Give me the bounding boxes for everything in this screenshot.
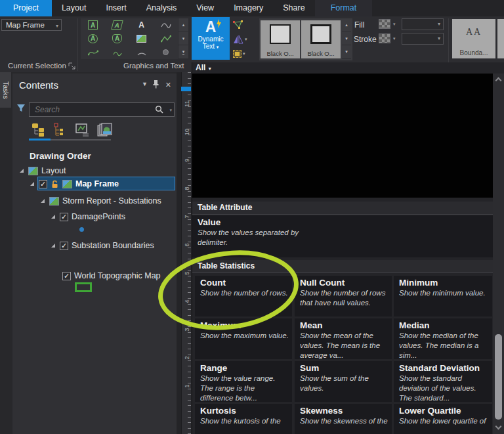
expand-icon[interactable]	[20, 169, 24, 173]
select-graphic-button[interactable]: ▾	[233, 48, 258, 60]
tasks-panel-tab[interactable]: Tasks	[0, 72, 11, 108]
tab-format[interactable]: Format	[315, 0, 373, 16]
visibility-checkbox[interactable]: ✓	[39, 180, 47, 188]
search-input[interactable]	[30, 103, 174, 116]
item-null-count[interactable]: Null Count Show the number of rows that …	[295, 276, 392, 316]
filter-icon[interactable]	[16, 104, 26, 112]
expand-icon[interactable]	[30, 182, 34, 186]
pin-icon[interactable]	[152, 79, 159, 89]
item-standard-deviation[interactable]: Standard Deviation Show the standard dev…	[394, 361, 492, 402]
gallery-scroll-up-icon[interactable]: ▴	[342, 18, 351, 32]
tree-item-storm-report[interactable]: Storm Report - Substations	[41, 194, 161, 207]
gallery-filter-dropdown[interactable]: All▼	[196, 63, 212, 72]
chevron-down-icon: ▾	[217, 45, 219, 49]
item-sum[interactable]: Sum Show the sum of the values.	[295, 361, 392, 402]
search-options-icon[interactable]: ▾	[169, 108, 172, 113]
circle-text-icon[interactable]: A	[81, 32, 105, 46]
list-by-selection-icon[interactable]	[74, 121, 91, 139]
tab-view[interactable]: View	[186, 0, 224, 16]
text-symbol-boundaries[interactable]: AA Bounda...	[452, 19, 495, 58]
curve-graphic-icon[interactable]	[81, 45, 105, 59]
gallery-scroll-up-icon[interactable]: ▴	[178, 18, 188, 32]
tree-item-damage-points[interactable]: ✓ DamagePoints	[51, 210, 125, 223]
arcgis-pro-window: Project Layout Insert Analysis View Imag…	[0, 0, 504, 434]
item-count[interactable]: Count Show the number of rows.	[195, 276, 292, 316]
polygon-text-icon[interactable]: A	[105, 18, 129, 32]
picture-icon[interactable]	[129, 32, 154, 46]
item-range[interactable]: Range Show the value range. The range is…	[195, 361, 292, 402]
flip-button[interactable]: ▾	[233, 33, 258, 45]
visibility-checkbox[interactable]: ✓	[62, 272, 71, 280]
tab-imagery[interactable]: Imagery	[224, 0, 273, 16]
tree-item-map-frame[interactable]: ✓ Map Frame	[30, 177, 119, 190]
expand-icon[interactable]	[51, 215, 55, 219]
map-icon	[49, 197, 59, 206]
dynamic-text-button[interactable]: A Dynamic Text ▾	[192, 17, 230, 60]
stroke-style-dropdown[interactable]: ▾	[402, 33, 444, 45]
visibility-checkbox[interactable]: ✓	[60, 242, 68, 250]
layout-preview-area	[192, 74, 493, 198]
tab-analysis[interactable]: Analysis	[136, 0, 187, 16]
gallery-scrollbar[interactable]	[493, 74, 504, 434]
visibility-checkbox[interactable]: ✓	[60, 213, 68, 221]
item-lower-quartile[interactable]: Lower Quartile Show the lower quartile o…	[394, 404, 492, 434]
close-icon[interactable]: ✕	[165, 81, 171, 89]
list-by-drawing-order-icon[interactable]	[29, 121, 47, 139]
gallery-expand-icon[interactable]: ▾	[178, 45, 188, 59]
tab-project[interactable]: Project	[0, 0, 52, 16]
map-frame-selector-value: Map Frame	[6, 21, 45, 29]
scroll-up-icon[interactable]	[495, 77, 502, 84]
search-icon[interactable]	[155, 105, 163, 114]
expand-icon[interactable]	[51, 244, 55, 248]
item-maximum[interactable]: Maximum Show the maximum value.	[195, 318, 292, 359]
dialog-launcher-icon[interactable]	[68, 62, 76, 70]
item-skewness[interactable]: Skewness Show the skewness of the	[295, 404, 392, 434]
item-median[interactable]: Median Show the median of the values. Th…	[394, 318, 492, 359]
fill-style-dropdown[interactable]: ▾	[402, 18, 444, 30]
rectangle-text-icon[interactable]: A	[81, 18, 105, 32]
tab-layout[interactable]: Layout	[52, 0, 96, 16]
tree-item-world-topographic-map[interactable]: ✓ World Topographic Map	[62, 269, 161, 282]
list-by-snapping-icon[interactable]	[96, 121, 114, 139]
tab-insert[interactable]: Insert	[96, 0, 136, 16]
tree-item-substation-boundaries[interactable]: ✓ Substation Boundaries	[51, 239, 154, 252]
chevron-down-icon: ▾	[56, 21, 58, 32]
ellipse-graphic-icon[interactable]	[154, 45, 178, 59]
graphics-text-gallery: A A A A A	[81, 18, 178, 59]
gallery-scroll-down-icon[interactable]: ▾	[178, 32, 188, 46]
freehand-graphic-icon[interactable]	[105, 45, 129, 59]
text-icon[interactable]: A	[129, 18, 154, 32]
item-mean[interactable]: Mean Show the mean of the values. The me…	[295, 318, 392, 359]
polygon-symbol[interactable]	[75, 282, 92, 292]
point-symbol[interactable]	[79, 227, 84, 232]
lightning-icon	[216, 19, 222, 28]
gallery-expand-icon[interactable]: ▾	[342, 45, 351, 59]
tree-item-layout[interactable]: Layout	[20, 164, 66, 177]
arc-graphic-icon[interactable]	[129, 45, 154, 59]
chevron-down-icon[interactable]: ▾	[393, 36, 396, 41]
contents-panel-title: Contents	[19, 79, 58, 91]
map-frame-selector[interactable]: Map Frame ▾	[1, 19, 62, 31]
curved-text-icon[interactable]	[154, 18, 178, 32]
edit-vertices-button[interactable]	[233, 19, 258, 31]
section-table-attribute: Table Attribute	[192, 202, 493, 215]
scrollbar-thumb[interactable]	[495, 334, 502, 420]
fill-color-swatch[interactable]	[379, 19, 390, 29]
layout-icon	[28, 167, 38, 175]
expand-icon[interactable]	[41, 199, 45, 203]
list-by-source-icon[interactable]	[51, 121, 69, 139]
line-graphic-icon[interactable]	[154, 32, 178, 46]
item-value[interactable]: Value Show the values separated by delim…	[192, 215, 493, 257]
item-kurtosis[interactable]: Kurtosis Show the kurtosis of the	[195, 404, 292, 434]
tab-share[interactable]: Share	[273, 0, 314, 16]
stroke-color-swatch[interactable]	[379, 33, 390, 43]
item-minimum[interactable]: Minimum Show the minimum value.	[394, 276, 492, 316]
callout-text-icon[interactable]: A	[105, 32, 129, 46]
border-style-black-outline-1[interactable]: Black O...	[261, 20, 300, 58]
text-symbol-labels[interactable]: AA La	[497, 19, 504, 58]
scroll-down-icon[interactable]	[495, 423, 502, 430]
chevron-down-icon[interactable]: ▾	[393, 22, 396, 27]
panel-menu-icon[interactable]: ▼	[142, 81, 148, 87]
border-style-black-outline-2[interactable]: Black O...	[301, 20, 341, 58]
gallery-scroll-down-icon[interactable]: ▾	[342, 32, 351, 46]
